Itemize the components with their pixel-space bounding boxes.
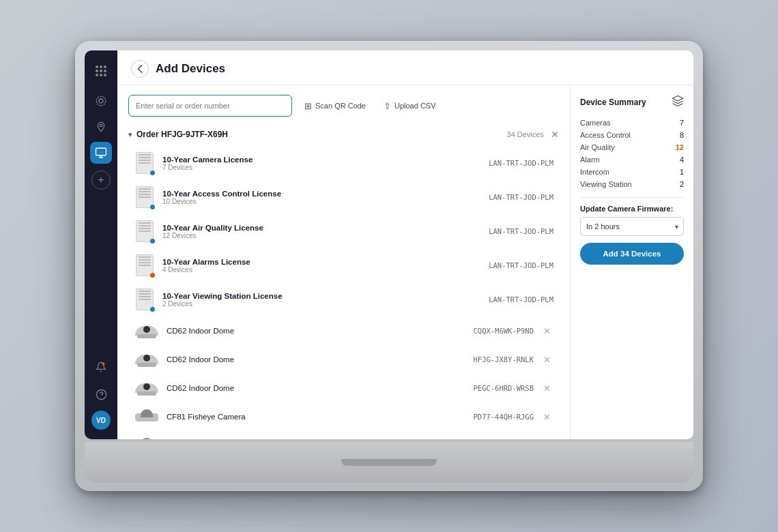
svg-point-1 — [96, 96, 106, 106]
upload-icon: ⇧ — [384, 101, 391, 111]
fisheye-camera-icon — [135, 438, 158, 439]
add-devices-button[interactable]: Add 34 Devices — [580, 243, 684, 265]
table-row[interactable]: CF81 Fisheye Camera 9CRD-RJJC-YYTE ✕ — [128, 432, 559, 439]
laptop-notch — [341, 459, 437, 466]
firmware-select-wrap: In 2 hours Immediately Schedule later — [580, 217, 684, 236]
upload-csv-button[interactable]: ⇧ Upload CSV — [378, 98, 442, 115]
remove-device-button[interactable]: ✕ — [541, 382, 553, 395]
divider — [580, 197, 684, 198]
firmware-label: Update Camera Firmware: — [580, 205, 684, 213]
collapse-icon[interactable]: ▾ — [128, 130, 132, 139]
search-bar-row: ⊞ Scan QR Code ⇧ Upload CSV — [128, 95, 559, 117]
qr-icon: ⊞ — [304, 101, 312, 111]
dome-camera-icon — [135, 323, 158, 338]
dome-camera-icon — [135, 381, 158, 396]
summary-title: Device Summary — [580, 98, 646, 107]
page-header: Add Devices — [117, 50, 693, 85]
svg-point-4 — [102, 362, 104, 365]
order-header: ▾ Order HFJG-9JTF-X69H 34 Devices ✕ — [128, 125, 559, 144]
summary-row-access: Access Control 8 — [580, 129, 684, 141]
device-list: CD62 Indoor Dome CQQX-M6WK-P9ND ✕ — [128, 317, 559, 439]
license-icon — [134, 287, 156, 312]
back-button[interactable] — [131, 60, 149, 78]
list-item[interactable]: 10-Year Camera License 7 Devices LAN-TRT… — [128, 147, 559, 179]
svg-point-0 — [99, 99, 103, 103]
fisheye-camera-icon — [135, 409, 158, 424]
license-list: 10-Year Camera License 7 Devices LAN-TRT… — [128, 147, 559, 316]
camera-sidebar-icon[interactable] — [90, 90, 112, 112]
summary-row-viewing: Viewing Station 2 — [580, 178, 684, 190]
grid-icon[interactable] — [90, 60, 112, 82]
layers-icon — [672, 95, 684, 110]
remove-device-button[interactable]: ✕ — [541, 411, 553, 424]
license-icon — [134, 185, 156, 209]
page-title: Add Devices — [156, 62, 225, 76]
list-item[interactable]: 10-Year Viewing Station License 2 Device… — [128, 283, 559, 316]
order-close-button[interactable]: ✕ — [551, 129, 559, 140]
svg-point-2 — [100, 124, 102, 126]
table-row[interactable]: CD62 Indoor Dome PEGC-6HRD-WRSB ✕ — [128, 374, 559, 402]
serial-input[interactable] — [128, 95, 292, 117]
laptop-frame: + — [75, 41, 703, 491]
main-content: Add Devices ⊞ Scan QR Code ⇧ — [117, 50, 693, 439]
laptop-base — [85, 442, 693, 483]
table-row[interactable]: CD62 Indoor Dome CQQX-M6WK-P9ND ✕ — [128, 317, 559, 344]
table-row[interactable]: CD62 Indoor Dome HFJG-JX8Y-RNLK ✕ — [128, 346, 559, 373]
list-item[interactable]: 10-Year Alarms License 4 Devices LAN-TRT… — [128, 249, 559, 282]
list-item[interactable]: 10-Year Air Quality License 12 Devices L… — [128, 215, 559, 248]
summary-row-air: Air Quality 12 — [580, 141, 684, 153]
remove-device-button[interactable]: ✕ — [541, 325, 553, 338]
summary-row-cameras: Cameras 7 — [580, 117, 684, 129]
remove-device-button[interactable]: ✕ — [541, 353, 553, 366]
help-sidebar-icon[interactable] — [90, 383, 112, 405]
list-item[interactable]: 10-Year Access Control License 10 Device… — [128, 181, 559, 213]
device-list-panel[interactable]: ⊞ Scan QR Code ⇧ Upload CSV ▾ Order HFJG… — [117, 85, 571, 439]
svg-rect-3 — [96, 148, 106, 156]
location-sidebar-icon[interactable] — [90, 116, 112, 138]
summary-row-intercom: Intercom 1 — [580, 166, 684, 178]
screen: + — [85, 50, 693, 439]
remove-device-button[interactable]: ✕ — [541, 439, 553, 440]
license-icon — [134, 253, 156, 278]
right-panel: Device Summary Cameras 7 — [571, 85, 693, 439]
license-icon — [134, 219, 156, 243]
content-area: ⊞ Scan QR Code ⇧ Upload CSV ▾ Order HFJG… — [117, 85, 693, 439]
notification-sidebar-icon[interactable] — [90, 356, 112, 378]
devices-sidebar-icon[interactable] — [90, 142, 112, 164]
license-icon — [134, 151, 156, 175]
scan-qr-button[interactable]: ⊞ Scan QR Code — [299, 98, 371, 115]
order-id: Order HFJG-9JTF-X69H — [136, 130, 228, 139]
summary-header: Device Summary — [580, 95, 684, 110]
summary-list: Cameras 7 Access Control 8 Air Quality 1… — [580, 117, 684, 190]
svg-point-5 — [96, 389, 106, 399]
summary-row-alarm: Alarm 4 — [580, 153, 684, 166]
svg-marker-7 — [673, 96, 683, 102]
table-row[interactable]: CF81 Fisheye Camera PD77-44QH-RJGG ✕ — [128, 403, 559, 430]
add-button[interactable]: + — [91, 171, 111, 190]
firmware-select[interactable]: In 2 hours Immediately Schedule later — [580, 217, 684, 236]
sidebar: + — [85, 50, 117, 439]
dome-camera-icon — [135, 352, 158, 367]
order-count: 34 Devices — [507, 130, 544, 138]
avatar[interactable]: VD — [91, 411, 111, 430]
